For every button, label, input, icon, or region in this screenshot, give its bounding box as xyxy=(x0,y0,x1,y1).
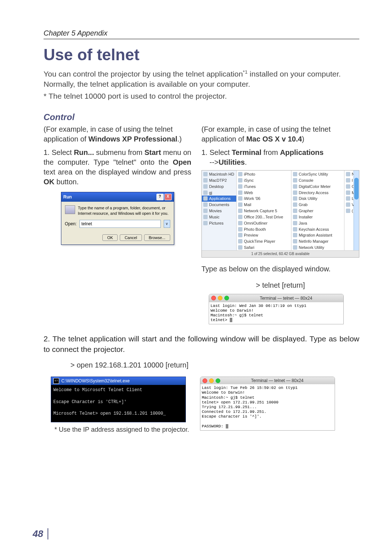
finder-item[interactable]: gj xyxy=(202,190,236,196)
t: from xyxy=(261,148,280,156)
close-icon[interactable] xyxy=(203,378,207,383)
finder-item[interactable]: Java xyxy=(291,220,344,226)
page-title: Use of telnet xyxy=(44,46,359,64)
finder-item[interactable]: Desktop xyxy=(202,184,236,190)
finder-item[interactable]: Migration Assistant xyxy=(291,232,344,238)
finder-item[interactable]: Installer xyxy=(291,214,344,220)
finder-item[interactable]: iTunes xyxy=(237,184,291,190)
run-dialog-titlebar: Run ? X xyxy=(61,192,174,202)
t: OK xyxy=(44,178,54,186)
cursor-icon xyxy=(226,424,228,428)
t: text area on the displayed window and pr… xyxy=(44,168,191,176)
type-below-text: Type as below on the displayed window. xyxy=(201,264,359,274)
console-body[interactable]: Welcome to Microsoft Telnet Client Escap… xyxy=(51,385,185,422)
finder-sidebar: Macintosh HDMacDTP2DesktopgjApplications… xyxy=(202,171,237,250)
finder-item[interactable]: Mail xyxy=(237,202,291,208)
mac-terminal-1: Terminal — telnet — 80x24 Last login: We… xyxy=(209,294,344,325)
finder-item[interactable]: Keychain Access xyxy=(291,226,344,233)
type-below-cmd: > telnet [return] xyxy=(201,280,359,290)
finder-item[interactable]: QuickTime Player xyxy=(237,238,291,245)
finder-item[interactable]: Documents xyxy=(202,202,236,208)
run-dialog-desc: Type the name of a program, folder, docu… xyxy=(78,205,170,216)
terminal-body[interactable]: Last login: Tue Feb 26 15:59:02 on ttyp1… xyxy=(200,384,335,430)
open-label: Open: xyxy=(65,221,77,227)
minimize-icon[interactable] xyxy=(218,296,222,300)
right-intro: (For example, in case of using the telne… xyxy=(201,124,359,144)
terminal-title: Terminal — telnet — 80x24 xyxy=(231,295,341,301)
column-windows: (For example, in case of using the telne… xyxy=(44,124,191,324)
ip-footnote: * Use the IP address assigned to the pro… xyxy=(54,426,189,434)
t: Run... xyxy=(74,148,94,156)
left-intro: (For example, in case of using the telne… xyxy=(44,124,191,144)
finder-item[interactable]: iSync xyxy=(237,177,291,184)
t: Start xyxy=(144,148,161,156)
windows-telnet-console: c:\ C:\WINDOWS\System32\telnet.exe Welco… xyxy=(51,377,186,422)
finder-item[interactable]: Pictures xyxy=(202,220,236,226)
terminal-body[interactable]: Last login: Wed Jan 30 06:17:19 on ttyp1… xyxy=(209,302,343,324)
finder-window: Macintosh HDMacDTP2DesktopgjApplications… xyxy=(201,170,359,258)
cancel-button[interactable]: Cancel xyxy=(120,234,142,241)
mac-terminal-2: Terminal — telnet — 80x24 Last login: Tu… xyxy=(200,377,335,431)
finder-item[interactable]: iWork '06 xyxy=(237,196,291,202)
cursor-icon xyxy=(230,318,232,322)
right-step-1: 1. Select Terminal from Applications -->… xyxy=(201,148,359,167)
finder-item[interactable]: Network Utility xyxy=(291,245,344,250)
left-intro-c: .) xyxy=(177,135,181,143)
t: 1. Select xyxy=(44,148,74,156)
finder-item[interactable]: Grab xyxy=(291,202,344,208)
t: Applications xyxy=(280,148,323,156)
run-dialog: Run ? X Type the name of a program, fold… xyxy=(61,192,174,245)
finder-item[interactable]: MacDTP2 xyxy=(202,177,236,184)
zoom-icon[interactable] xyxy=(224,296,229,300)
finder-item[interactable]: ColorSync Utility xyxy=(291,171,344,177)
zoom-icon[interactable] xyxy=(216,378,220,383)
finder-item[interactable]: Music xyxy=(202,214,236,220)
finder-item[interactable]: Photo Booth xyxy=(237,226,291,233)
finder-item[interactable]: Applications xyxy=(202,196,236,202)
page-number: 48 xyxy=(33,528,48,539)
finder-item[interactable]: Safari xyxy=(237,245,291,250)
dropdown-button[interactable]: v xyxy=(164,220,170,228)
intro-paragraph: You can control the projector by using t… xyxy=(44,69,359,90)
finder-item[interactable]: NetInfo Manager xyxy=(291,238,344,245)
finder-item[interactable]: Movies xyxy=(202,208,236,214)
intro-text-a: You can control the projector by using t… xyxy=(44,70,243,78)
finder-item[interactable]: Console xyxy=(291,177,344,184)
t: --> xyxy=(208,158,219,166)
finder-item[interactable]: DigitalColor Meter xyxy=(291,184,344,190)
column-mac: (For example, in case of using the telne… xyxy=(201,124,359,324)
terminal-lines: Last login: Wed Jan 30 06:17:19 on ttyp1… xyxy=(211,304,306,323)
ok-button[interactable]: OK xyxy=(102,234,118,241)
finder-item[interactable]: OmniOutliner xyxy=(237,220,291,226)
section-control-heading: Control xyxy=(44,112,359,122)
finder-item[interactable]: Directory Access xyxy=(291,190,344,196)
console-title: C:\WINDOWS\System32\telnet.exe xyxy=(61,378,130,383)
win-console-wrap: c:\ C:\WINDOWS\System32\telnet.exe Welco… xyxy=(44,377,189,434)
finder-item[interactable]: Macintosh HD xyxy=(202,171,236,177)
finder-col-utilities: ColorSync UtilityConsoleDigitalColor Met… xyxy=(291,171,344,250)
finder-item[interactable]: Network Capture 5 xyxy=(237,208,291,214)
help-button[interactable]: ? xyxy=(156,194,164,200)
finder-item[interactable]: Office 200...Test Drive xyxy=(237,214,291,220)
finder-item[interactable]: Preview xyxy=(237,232,291,238)
finder-item[interactable]: Disk Utility xyxy=(291,196,344,202)
finder-item[interactable]: iWeb xyxy=(237,190,291,196)
browse-button[interactable]: Browse... xyxy=(144,234,170,241)
t: Terminal xyxy=(232,148,261,156)
finder-item[interactable]: iPhoto xyxy=(237,171,291,177)
intro-note: * The telnet 10000 port is used to contr… xyxy=(44,91,359,101)
left-intro-b: Windows XP Professional xyxy=(88,135,177,143)
open-input[interactable] xyxy=(79,220,160,228)
terminal-lines: Last login: Tue Feb 26 15:59:02 on ttyp1… xyxy=(202,386,298,428)
terminal-title: Terminal — telnet — 80x24 xyxy=(222,378,332,383)
t: Mac OS X v 10.4 xyxy=(246,135,302,143)
close-button[interactable]: X xyxy=(164,194,172,200)
finder-scrollbar[interactable] xyxy=(354,171,359,250)
close-icon[interactable] xyxy=(211,296,216,300)
minimize-icon[interactable] xyxy=(209,378,214,383)
t: submenu from xyxy=(94,148,144,156)
finder-item[interactable]: Grapher xyxy=(291,208,344,214)
finder-col-apps: iPhotoiSynciTunesiWebiWork '06MailNetwor… xyxy=(237,171,291,250)
intro-superscript: *1 xyxy=(243,69,248,75)
t: 1. Select xyxy=(201,148,232,156)
